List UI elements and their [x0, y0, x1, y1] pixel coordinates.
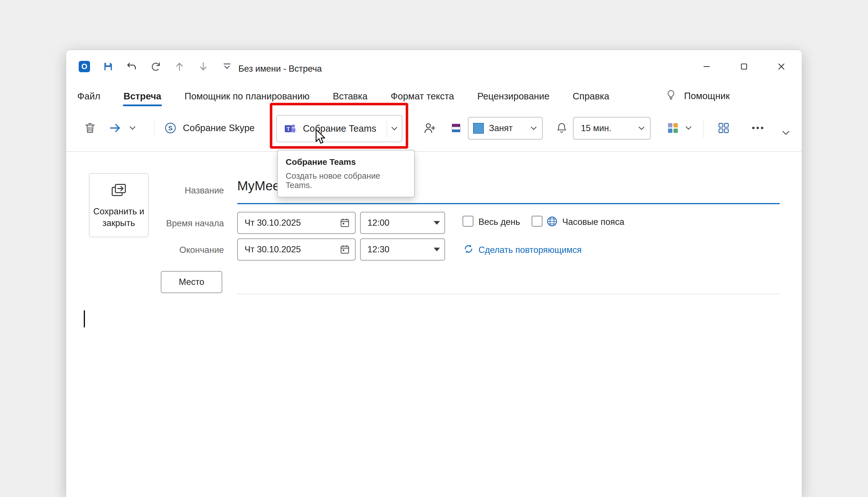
skype-meeting-label: Собрание Skype [183, 123, 255, 133]
chevron-down-icon [685, 126, 692, 130]
outlook-app-icon: O [78, 60, 91, 73]
undo-icon[interactable] [126, 60, 138, 73]
tab-help[interactable]: Справка [572, 89, 610, 107]
mouse-cursor-icon [315, 129, 327, 147]
show-as-dropdown[interactable]: Занят [468, 117, 543, 140]
start-time-label: Время начала [159, 218, 224, 229]
recurrence-icon [463, 243, 475, 256]
more-commands-button[interactable]: ••• [746, 117, 771, 139]
save-close-icon [110, 182, 128, 200]
end-time-label: Окончание [159, 245, 224, 255]
chevron-down-icon [530, 126, 537, 130]
svg-text:S: S [168, 124, 172, 132]
reminder-bell-button [553, 117, 571, 139]
tab-meeting[interactable]: Встреча [122, 89, 162, 107]
start-date-picker[interactable]: Чт 30.10.2025 [237, 212, 356, 234]
move-down-icon[interactable] [197, 60, 209, 73]
chevron-down-icon [638, 126, 645, 130]
tooltip-title: Собрание Teams [286, 157, 406, 167]
end-time-dropdown[interactable]: 12:30 [360, 239, 445, 260]
tab-review[interactable]: Рецензирование [476, 89, 551, 107]
delete-button[interactable] [80, 117, 100, 139]
forward-button[interactable] [109, 117, 136, 139]
color-grid-icon [666, 122, 679, 134]
busy-color-swatch [473, 123, 484, 134]
close-button[interactable] [776, 61, 786, 72]
grid-outline-icon [717, 122, 730, 134]
person-add-icon [423, 121, 436, 135]
quick-access-toolbar: O [78, 60, 233, 73]
ribbon-bottom-divider [66, 151, 802, 152]
end-time-value: 12:30 [367, 244, 390, 255]
make-recurring-link[interactable]: Сделать повторяющимся [478, 245, 582, 255]
globe-icon [546, 215, 558, 229]
chevron-down-icon [782, 130, 790, 136]
save-and-close-label: Сохранить и закрыть [93, 206, 144, 229]
calendar-icon[interactable] [339, 244, 350, 255]
reminder-value: 15 мин. [581, 123, 611, 133]
maximize-button[interactable] [739, 61, 749, 72]
teams-meeting-tooltip: Собрание Teams Создать новое собрание Te… [277, 150, 415, 197]
customize-qat-icon[interactable] [221, 60, 233, 73]
start-time-dropdown[interactable]: 12:00 [360, 212, 445, 234]
minimize-button[interactable] [701, 61, 712, 72]
start-time-value: 12:00 [367, 218, 390, 228]
timezones-label: Часовые пояса [562, 217, 624, 227]
viewer-grid-button[interactable] [714, 117, 733, 139]
title-label: Название [159, 185, 224, 196]
dropdown-triangle-icon[interactable] [434, 221, 440, 225]
toolbar-divider [155, 119, 155, 138]
window-controls [701, 61, 786, 72]
lightbulb-icon [665, 89, 677, 103]
show-as-status-icon [448, 117, 465, 139]
end-date-picker[interactable]: Чт 30.10.2025 [237, 239, 356, 260]
highlight-red-box [270, 103, 408, 149]
ellipsis-icon: ••• [752, 123, 765, 133]
move-up-icon[interactable] [173, 60, 186, 73]
redo-icon[interactable] [149, 60, 162, 73]
calendar-icon[interactable] [339, 217, 350, 229]
location-label: Место [179, 277, 204, 287]
assistant-entry[interactable]: Помощник [665, 89, 729, 107]
ribbon-toolbar: S Собрание Skype T Собрание Teams Заня [66, 111, 802, 151]
chevron-down-icon [129, 126, 136, 130]
apps-gallery-button[interactable] [666, 117, 692, 139]
save-icon[interactable] [102, 60, 114, 73]
window-title: Без имени - Встреча [238, 64, 322, 74]
titlebar: O Без имени - Встреча [66, 50, 802, 84]
forward-arrow-icon [109, 122, 122, 134]
meeting-window: O Без имени - Встреча [66, 50, 802, 497]
show-as-value: Занят [489, 123, 513, 133]
all-day-checkbox[interactable] [463, 216, 473, 227]
reminder-dropdown[interactable]: 15 мин. [573, 117, 651, 140]
toolbar-divider [703, 119, 704, 138]
assistant-label: Помощник [684, 90, 729, 101]
end-date-value: Чт 30.10.2025 [245, 244, 301, 255]
timezones-checkbox[interactable] [532, 216, 542, 227]
location-button[interactable]: Место [161, 271, 222, 293]
skype-meeting-button[interactable]: S Собрание Skype [164, 117, 255, 139]
title-focus-underline [237, 203, 780, 204]
skype-icon: S [164, 122, 177, 134]
tooltip-body: Создать новое собрание Teams. [286, 171, 406, 190]
trash-icon [84, 122, 96, 134]
invite-attendees-button[interactable] [419, 117, 440, 139]
form-body-divider [237, 294, 780, 294]
bell-icon [556, 122, 568, 134]
dropdown-triangle-icon[interactable] [434, 247, 440, 252]
all-day-label: Весь день [478, 217, 520, 227]
start-date-value: Чт 30.10.2025 [245, 218, 301, 228]
collapse-ribbon-button[interactable] [777, 127, 794, 139]
tab-file[interactable]: Файл [76, 89, 101, 107]
message-body-area[interactable] [77, 305, 791, 491]
save-and-close-button[interactable]: Сохранить и закрыть [89, 173, 149, 237]
